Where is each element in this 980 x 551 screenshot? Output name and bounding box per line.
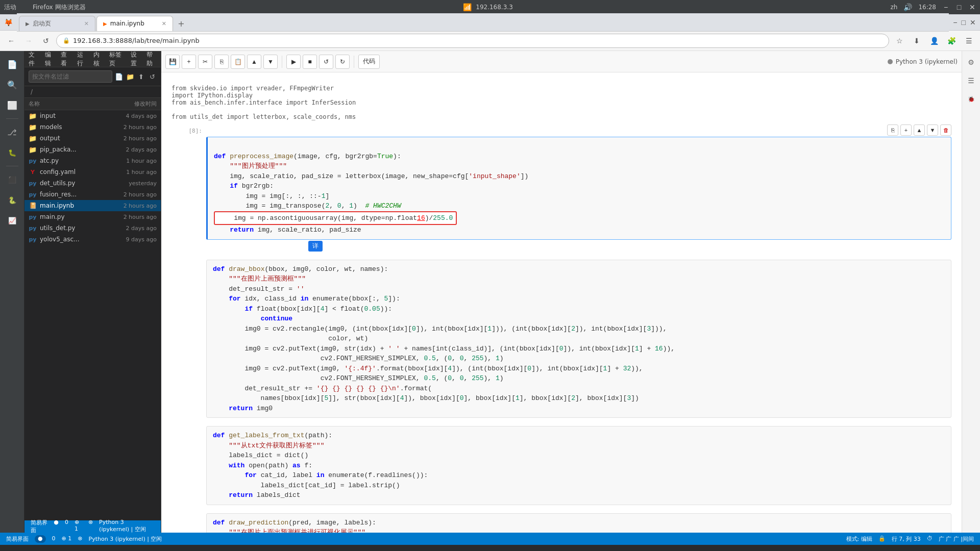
cell-body-prediction[interactable]: def draw_prediction(pred, image, labels)… xyxy=(206,513,951,533)
menu-settings[interactable]: 设置 xyxy=(131,51,141,68)
win-maximize[interactable]: □ xyxy=(955,4,963,11)
file-item-config[interactable]: Y config.yaml 1 hour ago xyxy=(24,166,161,178)
volume-icon[interactable]: 🔊 xyxy=(903,3,912,11)
nb-save-button[interactable]: 💾 xyxy=(165,55,180,69)
nb-move-up-button[interactable]: ▲ xyxy=(247,55,261,69)
menu-tabs[interactable]: 标签页 xyxy=(109,51,124,68)
file-item-main-py[interactable]: py main.py 2 hours ago xyxy=(24,211,161,222)
profile-button[interactable]: 👤 xyxy=(927,34,941,48)
nb-code-type-button[interactable]: 代码 xyxy=(358,55,380,69)
file-date-config: 1 hour ago xyxy=(111,169,157,176)
file-item-output[interactable]: 📁 output 2 hours ago xyxy=(24,133,161,144)
cell-body-drawbbox[interactable]: def draw_bbox(bbox, img0, color, wt, nam… xyxy=(206,260,951,418)
dock-python-icon[interactable]: 🐍 xyxy=(3,191,21,209)
browser-tab-main[interactable]: ▶ main.ipynb ✕ xyxy=(96,16,173,31)
simple-mode-label[interactable]: 简易界面 xyxy=(31,519,47,534)
cell-gutter-labels xyxy=(172,426,202,505)
simple-mode-toggle[interactable]: ● xyxy=(54,519,59,534)
file-item-pip[interactable]: 📁 pip_packa... 2 days ago xyxy=(24,144,161,155)
right-settings-btn[interactable]: ⚙ xyxy=(964,55,978,69)
nb-interrupt-button[interactable]: ■ xyxy=(303,55,317,69)
file-item-utils-det[interactable]: py utils_det.py 2 days ago xyxy=(24,222,161,234)
nb-copy-button[interactable]: ⎘ xyxy=(214,55,229,69)
cell-delete-button[interactable]: 🗑 xyxy=(940,124,951,136)
nb-restart-run-button[interactable]: ↻ xyxy=(335,55,350,69)
browser-tab-startup[interactable]: ▶ 启动页 ✕ xyxy=(19,16,95,31)
new-tab-button[interactable]: + xyxy=(174,17,188,31)
dock-git-icon[interactable]: ⎇ xyxy=(3,123,21,141)
file-item-atc[interactable]: py atc.py 1 hour ago xyxy=(24,155,161,166)
toggle-icon[interactable]: ● xyxy=(35,535,46,543)
cell-add-above-button[interactable]: + xyxy=(900,124,912,136)
cell-code-labels[interactable]: def get_labels_from_txt(path): """从txt文件… xyxy=(206,426,951,505)
dock-extensions-icon[interactable]: ⬜ xyxy=(3,96,21,114)
cell-gutter-prediction xyxy=(172,513,202,533)
cell-body-labels[interactable]: def get_labels_from_txt(path): """从txt文件… xyxy=(206,426,951,505)
cell-body-8[interactable]: ⎘ + ▲ ▼ 🗑 def preprocess_image(image, cf… xyxy=(206,124,951,252)
menu-button[interactable]: ☰ xyxy=(962,34,976,48)
file-item-models[interactable]: 📁 models 2 hours ago xyxy=(24,121,161,133)
nb-run-button[interactable]: ▶ xyxy=(286,55,301,69)
tab-close-main[interactable]: ✕ xyxy=(162,20,166,27)
menu-file[interactable]: 文件 xyxy=(29,51,39,68)
menu-help[interactable]: 帮助 xyxy=(146,51,157,68)
dock-debug-icon[interactable]: 🐛 xyxy=(3,143,21,162)
notification-count: 0 xyxy=(65,519,68,534)
nb-cut-button[interactable]: ✂ xyxy=(198,55,212,69)
simple-ui-label[interactable]: 简易界面 xyxy=(6,535,29,543)
dock-chart-icon[interactable]: 📈 xyxy=(3,211,21,230)
nb-move-down-button[interactable]: ▼ xyxy=(263,55,278,69)
win-minimize[interactable]: − xyxy=(942,4,949,11)
activities-label[interactable]: 活动 xyxy=(4,3,16,12)
file-item-yolov5[interactable]: py yolov5_asc... 9 days ago xyxy=(24,234,161,245)
tab-close-startup[interactable]: ✕ xyxy=(84,20,89,27)
cell-move-up-btn[interactable]: ▲ xyxy=(914,124,925,136)
browser-controls: 🦊 xyxy=(4,18,13,27)
download-button[interactable]: ⬇ xyxy=(910,34,924,48)
file-item-input[interactable]: 📁 input 4 days ago xyxy=(24,110,161,121)
dock-terminal-icon[interactable]: ⬛ xyxy=(3,170,21,189)
dock-search-icon[interactable]: 🔍 xyxy=(3,76,21,94)
menu-view[interactable]: 查看 xyxy=(61,51,71,68)
new-folder-button[interactable]: 📁 xyxy=(126,70,135,83)
menu-kernel[interactable]: 内核 xyxy=(93,51,104,68)
nb-add-cell-button[interactable]: + xyxy=(182,55,196,69)
file-item-det-utils[interactable]: py det_utils.py yesterday xyxy=(24,178,161,189)
menu-edit[interactable]: 编辑 xyxy=(45,51,55,68)
file-name-config: config.yaml xyxy=(40,168,108,176)
right-toc-btn[interactable]: ☰ xyxy=(964,73,978,88)
cell-move-down-btn[interactable]: ▼ xyxy=(927,124,938,136)
browser-win-close[interactable]: ✕ xyxy=(970,18,976,27)
back-button[interactable]: ← xyxy=(4,34,18,48)
file-filter-input[interactable] xyxy=(29,70,112,83)
refresh-button[interactable]: ↺ xyxy=(148,70,157,83)
extensions-button[interactable]: 🧩 xyxy=(944,34,959,48)
cell-code-prediction[interactable]: def draw_prediction(pred, image, labels)… xyxy=(206,513,951,533)
nb-paste-button[interactable]: 📋 xyxy=(231,55,245,69)
new-file-button[interactable]: 📄 xyxy=(114,70,124,83)
tooltip-detail-btn[interactable]: 详 xyxy=(308,241,323,252)
cell-code-drawbbox[interactable]: def draw_bbox(bbox, img0, color, wt, nam… xyxy=(206,260,951,418)
reload-button[interactable]: ↺ xyxy=(39,34,53,48)
file-date-yolov5: 9 days ago xyxy=(111,236,157,243)
dock-files-icon[interactable]: 📄 xyxy=(3,55,21,73)
right-debug-btn[interactable]: 🐞 xyxy=(964,92,978,106)
forward-button[interactable]: → xyxy=(21,34,36,48)
cell-1: ⊕ 1 xyxy=(62,535,72,543)
cursor-position: 行 7, 列 33 xyxy=(892,535,921,543)
browser-win-max[interactable]: □ xyxy=(962,18,966,27)
file-date-utils-det: 2 days ago xyxy=(111,225,157,232)
file-item-main-ipynb[interactable]: 📔 main.ipynb 2 hours ago xyxy=(24,200,161,211)
address-bar[interactable]: 🔒 192.168.3.3:8888/lab/tree/main.ipynb xyxy=(56,34,889,48)
upload-button[interactable]: ⬆ xyxy=(137,70,146,83)
cell-code-8[interactable]: def preprocess_image(image, cfg, bgr2rgb… xyxy=(206,137,951,240)
python-icon-fusion: py xyxy=(29,190,37,198)
file-name-det-utils: det_utils.py xyxy=(40,180,108,187)
browser-win-min[interactable]: − xyxy=(953,18,957,27)
cell-copy-button[interactable]: ⎘ xyxy=(887,124,898,136)
win-close[interactable]: ✕ xyxy=(969,4,976,11)
nb-restart-button[interactable]: ↺ xyxy=(319,55,333,69)
bookmark-button[interactable]: ☆ xyxy=(892,34,906,48)
menu-run[interactable]: 运行 xyxy=(77,51,87,68)
file-item-fusion[interactable]: py fusion_res... 2 hours ago xyxy=(24,189,161,200)
